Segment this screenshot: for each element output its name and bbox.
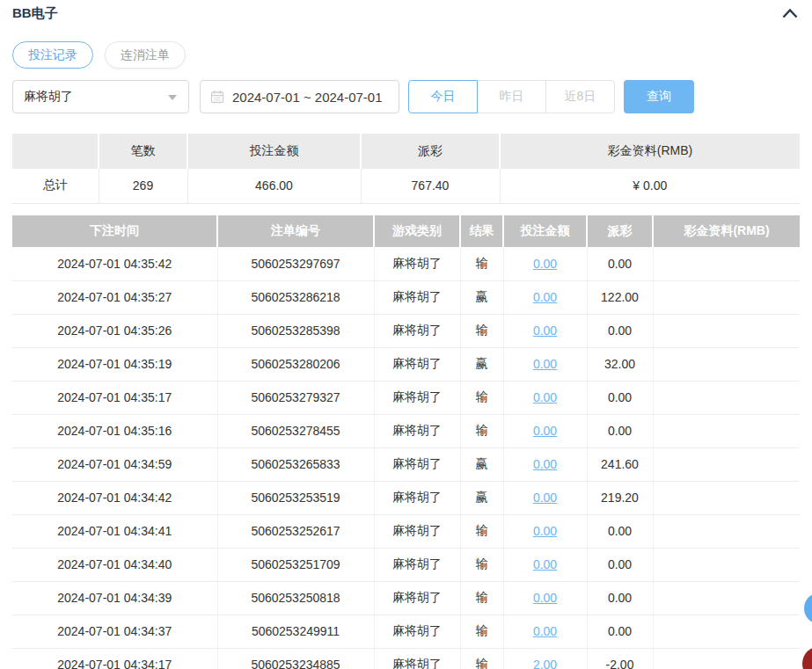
quick-range-button-2[interactable]: 近8日 <box>545 80 615 113</box>
result-cell: 输 <box>460 614 503 648</box>
game-type-cell: 麻将胡了 <box>374 481 460 514</box>
result-cell: 赢 <box>460 280 503 314</box>
bet-amount-link[interactable]: 0.00 <box>533 257 557 271</box>
summary-cell-1: 269 <box>99 169 187 203</box>
tab-1[interactable]: 连消注单 <box>105 41 186 69</box>
bet-time-cell: 2024-07-01 04:35:16 <box>12 414 217 447</box>
bet-amount-link[interactable]: 0.00 <box>533 524 557 538</box>
order-no-cell: 5060253265833 <box>217 447 374 481</box>
quick-range-button-0[interactable]: 今日 <box>408 80 478 113</box>
game-type-cell: 麻将胡了 <box>374 381 460 414</box>
bonus-cell <box>653 247 800 280</box>
tab-0[interactable]: 投注记录 <box>12 41 93 69</box>
result-cell: 输 <box>460 514 503 548</box>
bet-amount-cell: 0.00 <box>503 447 587 481</box>
record-row: 2024-07-01 04:34:425060253253519麻将胡了赢0.0… <box>12 481 800 514</box>
bb-games-panel: BB电子 投注记录连消注单 麻将胡了 2024-07-01 ~ 2024-07-… <box>0 0 812 669</box>
bonus-cell <box>653 280 800 314</box>
bet-amount-link[interactable]: 2.00 <box>533 658 557 669</box>
payout-cell: 0.00 <box>587 247 653 280</box>
bet-amount-cell: 0.00 <box>503 481 587 514</box>
bonus-cell <box>653 414 800 447</box>
bonus-cell <box>653 514 800 548</box>
bet-amount-link[interactable]: 0.00 <box>533 390 557 404</box>
bet-amount-cell: 0.00 <box>503 314 587 347</box>
bonus-cell <box>653 314 800 347</box>
bet-amount-cell: 0.00 <box>503 347 587 381</box>
summary-col-header-4: 彩金资料(RMB) <box>500 134 800 169</box>
quick-range-button-1[interactable]: 昨日 <box>477 80 546 113</box>
bet-amount-link[interactable]: 0.00 <box>533 457 557 471</box>
game-type-cell: 麻将胡了 <box>374 648 460 669</box>
records-col-header-6: 彩金资料(RMB) <box>653 215 800 247</box>
bet-amount-cell: 0.00 <box>503 247 587 280</box>
game-type-cell: 麻将胡了 <box>374 247 460 280</box>
records-col-header-0: 下注时间 <box>12 215 217 247</box>
bet-time-cell: 2024-07-01 04:34:59 <box>12 447 217 481</box>
game-type-cell: 麻将胡了 <box>374 280 460 314</box>
payout-cell: 219.20 <box>587 481 653 514</box>
game-type-cell: 麻将胡了 <box>374 548 460 581</box>
bonus-cell <box>653 614 800 648</box>
game-type-cell: 麻将胡了 <box>374 347 460 381</box>
game-type-cell: 麻将胡了 <box>374 614 460 648</box>
summary-cell-4: ¥ 0.00 <box>500 169 800 203</box>
result-cell: 赢 <box>460 347 503 381</box>
payout-cell: 0.00 <box>587 581 653 614</box>
order-no-cell: 5060253297697 <box>217 247 374 280</box>
date-range-picker[interactable]: 2024-07-01 ~ 2024-07-01 <box>200 80 399 113</box>
records-col-header-1: 注单编号 <box>217 215 374 247</box>
records-col-header-3: 结果 <box>460 215 503 247</box>
bet-amount-link[interactable]: 0.00 <box>533 491 557 505</box>
bonus-cell <box>653 648 800 669</box>
chevron-up-icon <box>781 7 799 19</box>
quick-range-group: 今日昨日近8日 <box>408 80 615 113</box>
record-row: 2024-07-01 04:35:275060253286218麻将胡了赢0.0… <box>12 280 800 314</box>
game-type-cell: 麻将胡了 <box>374 414 460 447</box>
result-cell: 输 <box>460 548 503 581</box>
bet-amount-link[interactable]: 0.00 <box>533 357 557 371</box>
payout-cell: 0.00 <box>587 548 653 581</box>
bet-amount-link[interactable]: 0.00 <box>533 324 557 338</box>
collapse-button[interactable] <box>780 4 800 22</box>
bet-amount-link[interactable]: 0.00 <box>533 624 557 638</box>
bet-amount-cell: 0.00 <box>503 381 587 414</box>
floating-action-button[interactable] <box>802 646 812 669</box>
bonus-cell <box>653 481 800 514</box>
bet-amount-link[interactable]: 0.00 <box>533 424 557 438</box>
payout-cell: 32.00 <box>587 347 653 381</box>
payout-cell: -2.00 <box>587 648 653 669</box>
summary-col-header-3: 派彩 <box>361 134 500 169</box>
result-cell: 输 <box>460 247 503 280</box>
payout-cell: 0.00 <box>587 314 653 347</box>
bet-amount-link[interactable]: 0.00 <box>533 557 557 571</box>
record-row: 2024-07-01 04:34:395060253250818麻将胡了输0.0… <box>12 581 800 614</box>
summary-col-header-1: 笔数 <box>99 134 187 169</box>
bet-time-cell: 2024-07-01 04:35:42 <box>12 247 217 280</box>
record-row: 2024-07-01 04:35:425060253297697麻将胡了输0.0… <box>12 247 800 280</box>
search-button[interactable]: 查询 <box>624 80 694 113</box>
result-cell: 输 <box>460 381 503 414</box>
payout-cell: 241.60 <box>587 447 653 481</box>
records-col-header-5: 派彩 <box>587 215 653 247</box>
summary-col-header-2: 投注金额 <box>187 134 361 169</box>
bet-amount-cell: 0.00 <box>503 548 587 581</box>
tabs-row: 投注记录连消注单 <box>12 41 186 69</box>
bet-amount-link[interactable]: 0.00 <box>533 290 557 304</box>
order-no-cell: 5060253286218 <box>217 280 374 314</box>
order-no-cell: 5060253249911 <box>217 614 374 648</box>
bonus-cell <box>653 581 800 614</box>
summary-cell-3: 767.40 <box>361 169 500 203</box>
game-type-cell: 麻将胡了 <box>374 514 460 548</box>
summary-cell-2: 466.00 <box>187 169 361 203</box>
floating-service-button[interactable] <box>804 593 812 624</box>
date-range-value: 2024-07-01 ~ 2024-07-01 <box>232 90 383 105</box>
summary-table: 笔数投注金额派彩彩金资料(RMB) 总计269466.00767.40¥ 0.0… <box>12 134 800 204</box>
order-no-cell: 5060253252617 <box>217 514 374 548</box>
records-table: 下注时间注单编号游戏类别结果投注金额派彩彩金资料(RMB) 2024-07-01… <box>12 215 800 669</box>
bet-time-cell: 2024-07-01 04:35:19 <box>12 347 217 381</box>
game-select[interactable]: 麻将胡了 <box>12 80 189 113</box>
bet-amount-cell: 0.00 <box>503 514 587 548</box>
bet-amount-link[interactable]: 0.00 <box>533 591 557 605</box>
record-row: 2024-07-01 04:34:415060253252617麻将胡了输0.0… <box>12 514 800 548</box>
